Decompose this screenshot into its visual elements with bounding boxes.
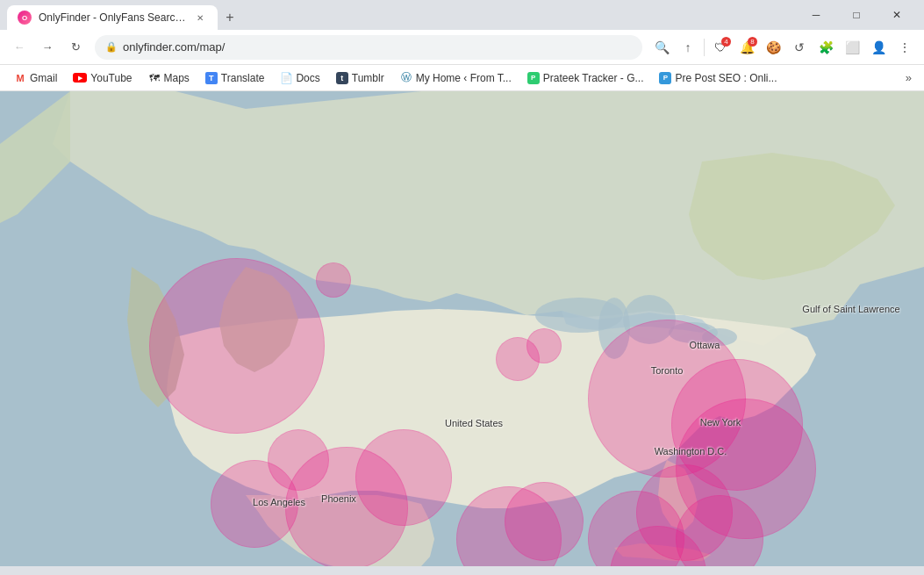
navbar: ← → ↻ 🔒 onlyfinder.com/map/ 🔍 ↑ 🛡 4 🔔 8 …	[0, 30, 924, 65]
notification-badge: 8	[748, 37, 757, 47]
cookie-icon-button[interactable]: 🍪	[761, 35, 785, 60]
bookmark-prepost[interactable]: P Pre Post SEO : Onli...	[652, 69, 784, 87]
active-tab[interactable]: O OnlyFinder - OnlyFans Search Eng ✕	[7, 5, 218, 30]
split-view-button[interactable]: ⬜	[840, 35, 864, 60]
bookmark-prepost-label: Pre Post SEO : Onli...	[675, 72, 777, 84]
gmail-icon: M	[14, 72, 26, 84]
wordpress-icon: Ⓦ	[400, 72, 412, 84]
divider	[704, 39, 705, 56]
prepost-icon: P	[659, 72, 671, 84]
bookmark-translate-label: Translate	[221, 72, 265, 84]
bookmark-prateek[interactable]: P Prateek Tracker - G...	[520, 69, 651, 87]
share-icon-button[interactable]: ↑	[676, 35, 700, 60]
bookmark-docs[interactable]: 📄 Docs	[273, 69, 326, 87]
bookmark-gmail[interactable]: M Gmail	[7, 69, 64, 87]
puzzle-icon-button[interactable]: 🧩	[813, 35, 838, 60]
nav-icons-right: 🔍 ↑ 🛡 4 🔔 8 🍪 ↺ 🧩 ⬜ 👤 ⋮	[649, 35, 917, 60]
bookmarks-more-button[interactable]: »	[900, 68, 917, 87]
svg-point-3	[623, 295, 676, 344]
bookmark-youtube[interactable]: ▶ YouTube	[66, 69, 139, 87]
svg-point-5	[702, 328, 737, 346]
maximize-button[interactable]: □	[836, 0, 877, 30]
url-text: onlyfinder.com/map/	[123, 40, 632, 54]
bookmark-wordpress-label: My Home ‹ From T...	[416, 72, 512, 84]
bookmarks-bar: M Gmail ▶ YouTube 🗺 Maps T Translate 📄 D…	[0, 65, 924, 91]
maps-icon: 🗺	[148, 72, 161, 84]
bookmark-tumblr[interactable]: t Tumblr	[329, 69, 391, 87]
reload-button[interactable]: ↻	[63, 35, 88, 60]
bookmark-maps-label: Maps	[164, 72, 190, 84]
tab-bar: O OnlyFinder - OnlyFans Search Eng ✕ +	[7, 0, 242, 30]
forward-button[interactable]: →	[35, 35, 60, 60]
window-controls: ─ □ ✕	[796, 0, 917, 30]
bookmark-translate[interactable]: T Translate	[198, 69, 272, 87]
prateek-icon: P	[527, 72, 540, 84]
shield-badge: 4	[721, 37, 731, 47]
bookmark-gmail-label: Gmail	[30, 72, 57, 84]
close-button[interactable]: ✕	[877, 0, 917, 30]
bookmark-tumblr-label: Tumblr	[352, 72, 384, 84]
new-tab-button[interactable]: +	[218, 5, 242, 30]
more-button[interactable]: ⋮	[892, 35, 917, 60]
back-button[interactable]: ←	[7, 35, 32, 60]
tab-title: OnlyFinder - OnlyFans Search Eng	[39, 11, 186, 24]
docs-icon: 📄	[280, 72, 292, 84]
tumblr-icon: t	[336, 72, 348, 84]
translate-icon: T	[205, 72, 218, 84]
bookmark-docs-label: Docs	[296, 72, 319, 84]
tab-favicon: O	[18, 11, 32, 25]
bookmark-wordpress[interactable]: Ⓦ My Home ‹ From T...	[393, 69, 519, 87]
bookmark-maps[interactable]: 🗺 Maps	[141, 69, 197, 87]
titlebar: O OnlyFinder - OnlyFans Search Eng ✕ + ─…	[0, 0, 924, 30]
map-svg	[0, 91, 924, 566]
youtube-icon: ▶	[73, 73, 87, 83]
profile-button[interactable]: 👤	[866, 35, 891, 60]
notification-icon-button[interactable]: 🔔 8	[734, 35, 759, 60]
map-container[interactable]: United StatesLos AngelesPhoenixTorontoOt…	[0, 91, 924, 566]
refresh-icon-button[interactable]: ↺	[787, 35, 812, 60]
minimize-button[interactable]: ─	[796, 0, 836, 30]
tab-close-button[interactable]: ✕	[193, 11, 207, 25]
bookmark-youtube-label: YouTube	[90, 72, 132, 84]
lens-icon-button[interactable]: 🔍	[649, 35, 674, 60]
lock-icon: 🔒	[105, 41, 118, 53]
address-bar[interactable]: 🔒 onlyfinder.com/map/	[95, 35, 642, 60]
shield-icon-button[interactable]: 🛡 4	[708, 35, 733, 60]
bookmark-prateek-label: Prateek Tracker - G...	[543, 72, 644, 84]
